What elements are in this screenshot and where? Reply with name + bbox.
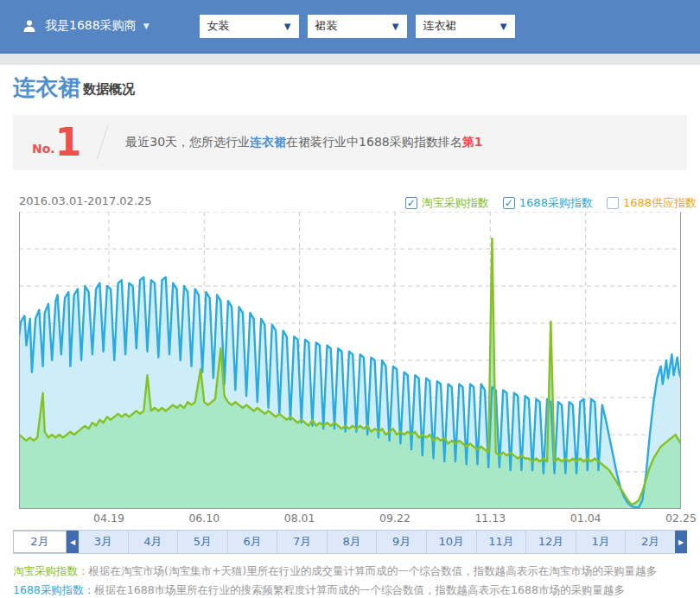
legend-item-1[interactable]: ✓淘宝采购指数 [405, 195, 489, 211]
category-dropdown-2[interactable]: 裙装▼ [308, 15, 407, 38]
dropdown-value: 连衣裙 [423, 18, 457, 34]
checkbox-checked-icon[interactable]: ✓ [405, 197, 417, 209]
title-keyword: 连衣裙 [13, 74, 80, 100]
month-tab-6月[interactable]: 6月 [227, 531, 277, 553]
x-axis-tick-label: 01.04 [570, 512, 601, 525]
index-trend-chart[interactable] [19, 212, 681, 509]
rank-prefix: No. [32, 142, 55, 162]
rank-banner: No. 1 最近30天，您所选行业连衣裙在裙装行业中1688采购指数排名第1 [13, 115, 687, 170]
checkbox-unchecked-icon[interactable] [607, 197, 619, 209]
month-tab-4月[interactable]: 4月 [128, 531, 178, 553]
next-month-button[interactable]: ▶ [675, 531, 687, 553]
footnote-1: 淘宝采购指数：根据在淘宝市场(淘宝集市+天猫)里所在行业的成交量计算而成的一个综… [13, 562, 657, 581]
chevron-down-icon: ▼ [392, 22, 399, 31]
x-axis-tick-label: 06.10 [188, 512, 220, 525]
arrow-right-icon: ▶ [678, 538, 684, 546]
month-tab-9月[interactable]: 9月 [376, 531, 426, 553]
chart-legend: ✓淘宝采购指数✓1688采购指数1688供应指数 [391, 195, 697, 211]
legend-item-2[interactable]: ✓1688采购指数 [503, 195, 593, 211]
footnote-term: 淘宝采购指数： [13, 564, 89, 577]
index-footnotes: 淘宝采购指数：根据在淘宝市场(淘宝集市+天猫)里所在行业的成交量计算而成的一个综… [13, 562, 657, 598]
category-dropdown-3[interactable]: 连衣裙▼ [416, 15, 515, 38]
dropdown-value: 女装 [207, 18, 230, 34]
header-divider [0, 54, 700, 65]
arrow-left-icon: ◀ [70, 538, 75, 546]
chart-date-range: 2016.03.01-2017.02.25 [19, 194, 152, 207]
month-tab-selected[interactable]: 2月 [13, 531, 67, 553]
legend-label: 淘宝采购指数 [422, 195, 489, 211]
page: 我是1688采购商 ▼ 女装▼裙装▼连衣裙▼ 连衣裙 数据概况 No. 1 最近… [0, 0, 700, 598]
month-tab-10月[interactable]: 10月 [426, 531, 476, 553]
prev-month-button[interactable]: ◀ [67, 531, 79, 553]
dropdown-value: 裙装 [315, 18, 338, 34]
month-tab-7月[interactable]: 7月 [277, 531, 327, 553]
banner-divider [97, 125, 109, 160]
month-tab-11月[interactable]: 11月 [476, 531, 526, 553]
rank-keyword[interactable]: 连衣裙 [250, 135, 286, 149]
month-tab-5月[interactable]: 5月 [177, 531, 227, 553]
x-axis-tick-label: 04.19 [93, 512, 124, 525]
legend-label: 1688供应指数 [623, 195, 697, 211]
checkbox-checked-icon[interactable]: ✓ [503, 197, 515, 209]
category-dropdowns: 女装▼裙装▼连衣裙▼ [200, 15, 524, 38]
x-axis-tick-label: 09.22 [379, 512, 410, 525]
x-axis-tick-label: 08.01 [284, 512, 315, 525]
rank-badge: No. 1 [32, 124, 81, 162]
category-dropdown-1[interactable]: 女装▼ [200, 15, 299, 38]
page-title: 连衣裙 数据概况 [13, 74, 135, 100]
footnote-term: 1688采购指数： [13, 583, 94, 596]
footnote-text: 根据在1688市场里所在行业的搜索频繁程度计算而成的一个综合数值，指数越高表示在… [94, 583, 625, 596]
legend-item-3[interactable]: 1688供应指数 [607, 195, 697, 211]
chevron-down-icon: ▼ [284, 22, 291, 31]
rank-description: 最近30天，您所选行业连衣裙在裙装行业中1688采购指数排名第1 [125, 135, 482, 150]
legend-label: 1688采购指数 [519, 195, 593, 211]
month-tab-3月[interactable]: 3月 [79, 531, 128, 553]
x-axis-labels: 04.1906.1008.0109.2211.1301.0402.25 [19, 512, 681, 525]
footnote-text: 根据在淘宝市场(淘宝集市+天猫)里所在行业的成交量计算而成的一个综合数值，指数越… [89, 564, 658, 577]
chevron-down-icon: ▼ [143, 22, 150, 30]
month-tab-2月[interactable]: 2月 [625, 531, 675, 553]
month-tab-12月[interactable]: 12月 [525, 531, 576, 553]
month-tab-8月[interactable]: 8月 [327, 531, 377, 553]
header-bar: 我是1688采购商 ▼ 女装▼裙装▼连衣裙▼ [0, 0, 700, 54]
rank-text-before: 最近30天，您所选行业 [125, 135, 250, 149]
rank-value: 第1 [462, 135, 483, 149]
user-menu[interactable]: 我是1688采购商 ▼ [22, 18, 150, 34]
month-tab-1月[interactable]: 1月 [576, 531, 626, 553]
rank-number: 1 [55, 124, 82, 162]
user-label: 我是1688采购商 [45, 18, 137, 34]
rank-text-middle: 在裙装行业中1688采购指数排名 [286, 135, 462, 149]
month-tabs: 3月4月5月6月7月8月9月10月11月12月1月2月 [79, 531, 675, 553]
month-tab-bar: 2月 ◀ 3月4月5月6月7月8月9月10月11月12月1月2月 ▶ [13, 530, 687, 554]
user-icon [22, 19, 36, 33]
title-suffix: 数据概况 [83, 81, 135, 100]
footnote-2: 1688采购指数：根据在1688市场里所在行业的搜索频繁程度计算而成的一个综合数… [13, 581, 657, 598]
x-axis-tick-label: 11.13 [474, 512, 506, 525]
chevron-down-icon: ▼ [500, 22, 507, 31]
chart-canvas [19, 212, 681, 509]
x-axis-tick-label: 02.25 [665, 512, 697, 525]
